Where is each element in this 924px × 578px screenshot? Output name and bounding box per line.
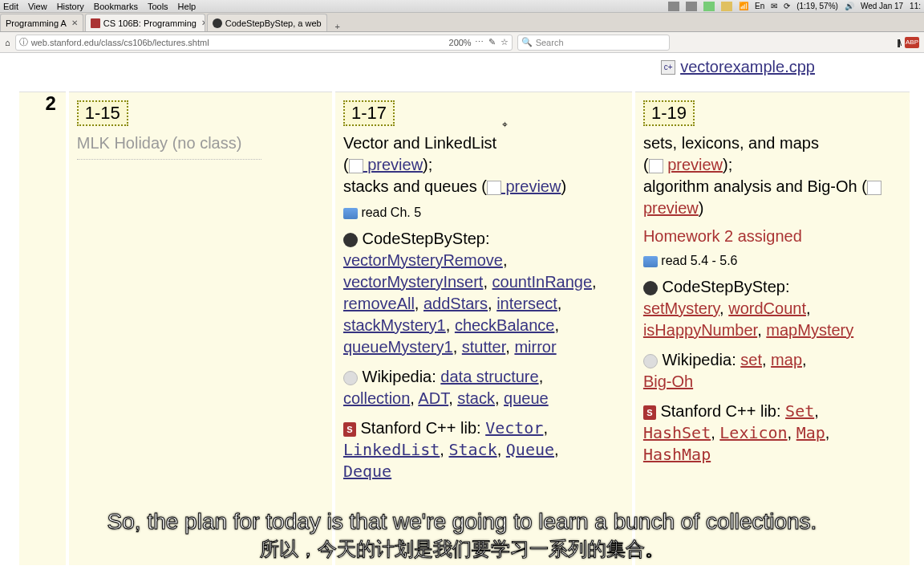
wiki-link[interactable]: map [771, 351, 802, 368]
favicon-icon [213, 18, 222, 28]
search-icon: 🔍 [521, 37, 533, 47]
csbs-link[interactable]: vectorMysteryRemove [343, 251, 503, 269]
reading-block: read Ch. 5 [343, 206, 624, 220]
zoom-level[interactable]: 200% [449, 38, 472, 47]
wiki-block: Wikipedia: set, map, Big-Oh [643, 349, 902, 393]
lib-link[interactable]: Set [785, 401, 814, 421]
menu-view[interactable]: View [28, 2, 47, 11]
file-link-vectorexample[interactable]: c+ vectorexample.cpp [661, 58, 815, 76]
stanford-icon: S [343, 422, 356, 437]
lib-link[interactable]: Stack [448, 440, 496, 459]
wiki-link[interactable]: ADT [418, 389, 448, 407]
slides-icon [649, 159, 663, 173]
lib-link[interactable]: Vector [485, 418, 543, 438]
volume-icon[interactable]: 🔊 [845, 2, 854, 10]
tray-camera-icon[interactable] [668, 2, 679, 11]
close-icon[interactable]: ✕ [326, 18, 327, 27]
updates-icon[interactable]: ⟳ [784, 2, 790, 10]
site-info-icon[interactable]: ⓘ [19, 36, 28, 48]
csbs-link[interactable]: isHappyNumber [643, 321, 757, 339]
tab-label: CS 106B: Programming [103, 18, 197, 28]
lib-link[interactable]: Lexicon [719, 423, 787, 442]
url-bar[interactable]: ⓘ web.stanford.edu/class/cs106b/lectures… [15, 35, 513, 51]
wifi-icon[interactable]: 📶 [739, 2, 748, 10]
csbs-link[interactable]: removeAll [343, 295, 415, 312]
lib-link[interactable]: HashMap [643, 445, 711, 464]
csbs-link[interactable]: countInRange [492, 273, 593, 291]
csbs-link[interactable]: queueMystery1 [343, 338, 453, 356]
more-icon[interactable]: ⋯ [475, 37, 484, 47]
reading-text: read Ch. 5 [361, 206, 421, 219]
lib-link[interactable]: Map [796, 423, 825, 442]
wiki-link[interactable]: data structure [440, 368, 538, 385]
codestepbystep-icon [343, 233, 358, 247]
search-placeholder: Search [536, 38, 564, 47]
wiki-link[interactable]: stack [457, 389, 495, 407]
csbs-link[interactable]: wordCount [728, 299, 806, 317]
menu-edit[interactable]: Edit [3, 2, 18, 11]
close-icon[interactable]: ✕ [201, 18, 205, 27]
bookmark-star-icon[interactable]: ☆ [500, 37, 509, 47]
menu-help[interactable]: Help [178, 2, 197, 11]
tray-activity-icon[interactable] [703, 2, 715, 11]
lib-block: S Stanford C++ lib: Vector, LinkedList, … [343, 417, 624, 482]
page-content: c+ vectorexample.cpp 2 1-15 MLK Holiday … [0, 53, 924, 578]
day-1-15: 1-15 MLK Holiday (no class) [69, 92, 332, 565]
menu-tools[interactable]: Tools [148, 2, 168, 11]
wiki-link[interactable]: collection [343, 389, 410, 407]
search-bar[interactable]: 🔍 Search [517, 35, 670, 51]
tab-programming-a[interactable]: Programming A ✕ [0, 14, 83, 31]
tray-note-icon[interactable] [721, 2, 732, 11]
reader-icon[interactable]: ✎ [488, 37, 496, 47]
csbs-link[interactable]: checkBalance [455, 316, 555, 334]
wiki-link[interactable]: set [740, 351, 762, 368]
tab-label: CodeStepByStep, a web [225, 18, 322, 28]
os-menubar: Edit View History Bookmarks Tools Help 📶… [0, 0, 924, 13]
day-title: MLK Holiday (no class) [77, 132, 324, 154]
adblock-icon[interactable]: ABP [905, 37, 919, 48]
reading-block: read 5.4 - 5.6 [643, 254, 902, 268]
close-icon[interactable]: ✕ [71, 18, 78, 27]
lib-block: S Stanford C++ lib: Set, HashSet, Lexico… [643, 401, 902, 466]
csbs-link[interactable]: stackMystery1 [343, 316, 446, 334]
csbs-link[interactable]: stutter [462, 338, 505, 356]
mail-icon[interactable]: ✉ [771, 2, 777, 10]
csbs-block: CodeStepByStep: vectorMysteryRemove, vec… [343, 228, 624, 358]
csbs-link[interactable]: addStars [424, 295, 488, 312]
home-icon[interactable]: ⌂ [5, 38, 10, 47]
csbs-link[interactable]: setMystery [643, 299, 719, 317]
lang-indicator[interactable]: En [755, 2, 764, 10]
new-tab-button[interactable]: + [329, 22, 346, 31]
library-icon[interactable]: |||\ [897, 38, 900, 47]
day-topics: Vector and LinkedList ( preview); stacks… [343, 132, 624, 197]
file-link-label[interactable]: vectorexample.cpp [680, 58, 815, 76]
lib-link[interactable]: HashSet [643, 423, 711, 442]
cpp-file-icon: c+ [661, 60, 675, 75]
wiki-label: Wikipedia: [662, 351, 736, 368]
lib-link[interactable]: Deque [343, 462, 391, 481]
tray-rect-icon[interactable] [686, 2, 697, 11]
tab-strip: Programming A ✕ CS 106B: Programming ✕ C… [0, 13, 924, 32]
menu-history[interactable]: History [57, 2, 84, 11]
battery-text: (1:19, 57%) [796, 2, 838, 10]
menu-bookmarks[interactable]: Bookmarks [94, 2, 138, 11]
tab-codestepbystep[interactable]: CodeStepByStep, a web ✕ [207, 14, 327, 31]
topic-text: stacks and queues [343, 177, 477, 195]
cursor-icon: ⌖ [502, 119, 508, 130]
browser-toolbar: ⌂ ⓘ web.stanford.edu/class/cs106b/lectur… [0, 32, 924, 53]
csbs-link[interactable]: mirror [514, 338, 556, 356]
wiki-link[interactable]: Big-Oh [643, 372, 693, 390]
wiki-link[interactable]: queue [504, 389, 549, 407]
csbs-link[interactable]: intersect [496, 295, 557, 312]
lib-link[interactable]: Queue [506, 440, 554, 459]
csbs-link[interactable]: vectorMysteryInsert [343, 273, 483, 291]
preview-link[interactable]: preview [363, 156, 423, 173]
preview-link[interactable]: preview [643, 199, 699, 217]
codestepbystep-icon [643, 281, 658, 295]
lib-link[interactable]: LinkedList [343, 440, 440, 459]
csbs-link[interactable]: mapMystery [766, 321, 853, 339]
tab-cs106b[interactable]: CS 106B: Programming ✕ [85, 14, 205, 31]
preview-link[interactable]: preview [667, 156, 723, 173]
clock[interactable]: Wed Jan 17 [861, 2, 903, 10]
preview-link[interactable]: preview [501, 177, 561, 195]
